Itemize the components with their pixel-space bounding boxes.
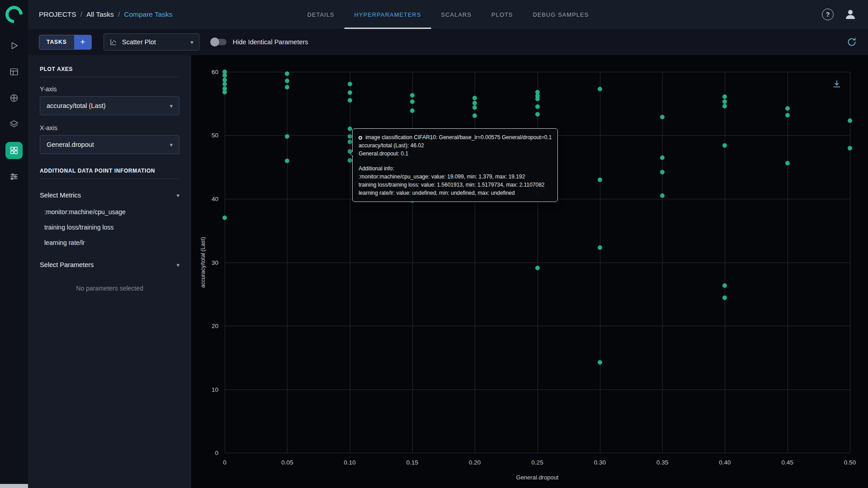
scatter-point[interactable] bbox=[722, 94, 727, 99]
no-parameters-text: No parameters selected bbox=[40, 285, 179, 292]
plot-type-select[interactable]: Scatter Plot ▾ bbox=[104, 33, 199, 51]
scatter-point[interactable] bbox=[660, 155, 665, 160]
scatter-point[interactable] bbox=[348, 82, 352, 86]
divider bbox=[40, 178, 179, 179]
breadcrumb-projects[interactable]: PROJECTS bbox=[39, 10, 76, 19]
scatter-point[interactable] bbox=[348, 134, 352, 139]
download-plot-icon[interactable] bbox=[832, 79, 842, 89]
sidebar-item-reports[interactable] bbox=[5, 116, 23, 133]
sidebar-item-applications[interactable] bbox=[5, 142, 23, 159]
horizontal-scrollbar-thumb[interactable] bbox=[0, 484, 28, 488]
metric-item[interactable]: learning rate/lr bbox=[40, 235, 179, 250]
scatter-point[interactable] bbox=[598, 245, 602, 250]
scatter-point[interactable] bbox=[598, 87, 602, 91]
tab-details[interactable]: DETAILS bbox=[297, 0, 344, 29]
tooltip-x-value: General.dropout: 0.1 bbox=[359, 150, 552, 158]
tooltip-metric-line: training loss/training loss: value: 1.56… bbox=[359, 181, 552, 189]
scatter-point[interactable] bbox=[285, 71, 289, 76]
scatter-point[interactable] bbox=[348, 158, 352, 163]
scatter-point[interactable] bbox=[348, 98, 352, 103]
tasks-button[interactable]: TASKS + bbox=[39, 35, 92, 50]
sidebar-item-orchestration[interactable] bbox=[5, 168, 23, 185]
scatter-point[interactable] bbox=[535, 97, 540, 101]
sidebar-item-datasets[interactable] bbox=[5, 63, 23, 80]
scatter-point[interactable] bbox=[285, 134, 289, 139]
scatter-point[interactable] bbox=[222, 82, 227, 86]
sidebar-item-pipelines[interactable] bbox=[5, 89, 23, 107]
scatter-point[interactable] bbox=[660, 193, 665, 198]
scatter-point[interactable] bbox=[410, 108, 415, 113]
sidebar-item-projects[interactable] bbox=[5, 37, 23, 54]
scatter-point[interactable] bbox=[410, 99, 415, 104]
scatter-point[interactable] bbox=[285, 85, 289, 89]
y-tick-label: 60 bbox=[212, 69, 218, 75]
metric-item[interactable]: :monitor:machine/cpu_usage bbox=[40, 204, 179, 220]
reports-icon bbox=[9, 119, 19, 129]
scatter-point[interactable] bbox=[535, 104, 540, 109]
scatter-point[interactable] bbox=[535, 266, 540, 270]
tab-debug-samples[interactable]: DEBUG SAMPLES bbox=[523, 0, 599, 29]
y-tick-label: 40 bbox=[212, 195, 218, 202]
y-tick-label: 20 bbox=[212, 322, 218, 329]
scatter-point[interactable] bbox=[785, 161, 790, 165]
tooltip-y-value: accuracy/total (Last): 46.02 bbox=[359, 141, 552, 150]
breadcrumb-compare-tasks[interactable]: Compare Tasks bbox=[124, 10, 172, 19]
breadcrumb-all-tasks[interactable]: All Tasks bbox=[86, 10, 114, 19]
scatter-point[interactable] bbox=[348, 90, 352, 95]
select-metrics-dropdown[interactable]: Select Metrics ▾ bbox=[40, 187, 179, 203]
x-tick-label: 0.35 bbox=[656, 459, 668, 466]
auto-refresh-button[interactable] bbox=[846, 37, 857, 47]
scatter-point[interactable] bbox=[785, 113, 790, 117]
hide-identical-label: Hide Identical Parameters bbox=[233, 38, 308, 46]
scatter-point[interactable] bbox=[472, 105, 477, 110]
scatter-point[interactable] bbox=[222, 90, 227, 94]
scatter-point[interactable] bbox=[222, 216, 227, 220]
plot-area[interactable]: image classification CIFAR10: General/ba… bbox=[225, 72, 850, 453]
help-icon[interactable]: ? bbox=[822, 9, 834, 20]
scatter-point[interactable] bbox=[472, 96, 477, 100]
scatter-point[interactable] bbox=[285, 159, 289, 163]
clearml-logo[interactable] bbox=[0, 0, 28, 29]
metric-item[interactable]: training loss/training loss bbox=[40, 220, 179, 235]
gridline-vertical bbox=[850, 72, 850, 453]
chevron-down-icon: ▾ bbox=[176, 192, 179, 199]
breadcrumb: PROJECTS / All Tasks / Compare Tasks bbox=[39, 10, 173, 19]
x-tick-label: 0.45 bbox=[782, 459, 793, 466]
scatter-point[interactable] bbox=[722, 99, 727, 104]
scatter-point[interactable] bbox=[348, 140, 352, 144]
scatter-point[interactable] bbox=[722, 104, 727, 108]
scatter-point[interactable] bbox=[410, 93, 415, 98]
gridline-horizontal bbox=[225, 72, 850, 72]
scatter-point[interactable] bbox=[722, 143, 727, 148]
scatter-point[interactable] bbox=[848, 118, 852, 123]
x-tick-label: 0.10 bbox=[344, 459, 355, 466]
scatter-point[interactable] bbox=[535, 112, 540, 117]
chevron-down-icon: ▾ bbox=[170, 141, 173, 148]
scatter-point[interactable] bbox=[660, 170, 665, 174]
tab-scalars[interactable]: SCALARS bbox=[431, 0, 481, 29]
scatter-point[interactable] bbox=[722, 283, 727, 288]
scatter-point[interactable] bbox=[785, 106, 790, 111]
scatter-point[interactable] bbox=[848, 146, 852, 150]
x-axis-select[interactable]: General.dropout ▾ bbox=[40, 135, 179, 154]
scatter-point[interactable] bbox=[222, 73, 227, 78]
scatter-point[interactable] bbox=[472, 113, 477, 118]
top-header: PROJECTS / All Tasks / Compare Tasks DET… bbox=[28, 0, 868, 29]
y-axis-select[interactable]: accuracy/total (Last) ▾ bbox=[40, 96, 179, 115]
x-axis-title: General.dropout bbox=[225, 474, 850, 481]
scatter-point[interactable] bbox=[722, 296, 727, 300]
hide-identical-toggle[interactable] bbox=[211, 39, 226, 45]
user-avatar[interactable] bbox=[844, 8, 857, 21]
scatter-point[interactable] bbox=[285, 79, 289, 83]
tab-plots[interactable]: PLOTS bbox=[481, 0, 523, 29]
select-parameters-dropdown[interactable]: Select Parameters ▾ bbox=[40, 257, 179, 273]
scatter-point[interactable] bbox=[348, 127, 352, 131]
add-task-button[interactable]: + bbox=[74, 35, 91, 49]
scatter-point[interactable] bbox=[660, 115, 665, 119]
scatter-point[interactable] bbox=[598, 178, 602, 182]
hide-identical-group: Hide Identical Parameters bbox=[211, 38, 308, 46]
scatter-point[interactable] bbox=[472, 101, 477, 105]
tab-hyperparameters[interactable]: HYPERPARAMETERS bbox=[344, 0, 431, 29]
tooltip-point-marker bbox=[359, 136, 362, 140]
scatter-point[interactable] bbox=[598, 360, 602, 365]
